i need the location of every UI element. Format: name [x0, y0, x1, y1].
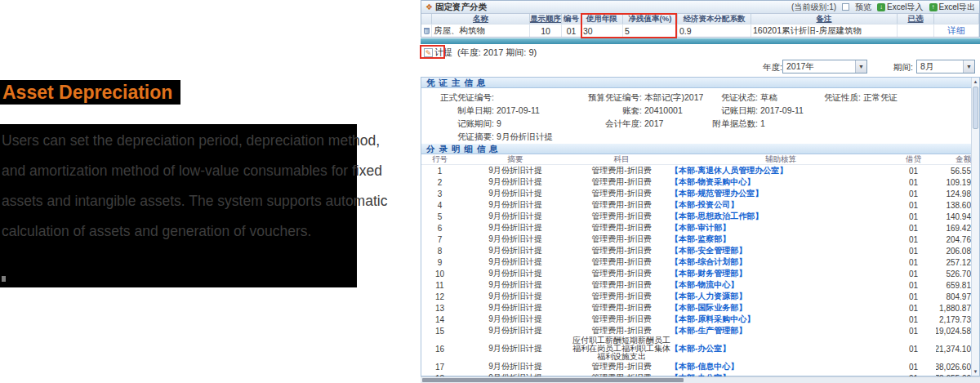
scroll-up-icon[interactable]: ▲ — [972, 78, 979, 86]
period-select[interactable]: 8月 ▼ — [916, 60, 975, 73]
entry-debit-credit: 01 — [891, 315, 936, 324]
year-select[interactable]: 2017年 ▼ — [782, 60, 867, 73]
entry-account: 管理费用-折旧费 — [572, 292, 670, 301]
aux-account-link[interactable]: 【本部-生产管理部】 — [670, 325, 891, 336]
entry-summary: 9月份折旧计提 — [458, 268, 572, 279]
aux-account-link[interactable]: 【本部-审计部】 — [670, 222, 891, 234]
scroll-down-icon[interactable]: ▼ — [972, 367, 979, 376]
entry-row: 89月份折旧计提管理费用-折旧费【本部-安全管理部】01206.08 — [421, 245, 979, 256]
entry-amount: 206.08 — [936, 247, 971, 256]
aux-account-link[interactable]: 【本部-规范管理办公室】 — [670, 188, 891, 199]
entry-account: 管理费用-折旧费 — [572, 189, 670, 198]
col-name[interactable]: 名称 — [432, 14, 530, 24]
horizontal-scroll-thumb[interactable] — [422, 378, 684, 382]
entry-account: 管理费用-折旧费 — [572, 327, 670, 335]
entry-amount: 124.98 — [936, 189, 971, 198]
voucher-field: 制单日期:2017-09-11 — [421, 104, 581, 117]
aux-account-link[interactable]: 【本部-安全管理部】 — [670, 245, 891, 256]
entry-line-no: 10 — [421, 269, 458, 278]
aux-account-link[interactable]: 【本部-投资公司】 — [670, 199, 891, 211]
preview-label[interactable]: 预览 — [855, 2, 871, 13]
vertical-scrollbar[interactable]: ▲ ▼ — [971, 78, 979, 376]
entry-line-no: 4 — [421, 201, 458, 210]
entry-debit-credit: 01 — [891, 363, 936, 372]
horizontal-scrollbar[interactable] — [421, 376, 980, 383]
entry-line-no: 2 — [421, 178, 458, 187]
aux-account-link[interactable]: 【本部-财务管理部】 — [670, 268, 891, 279]
col-selected[interactable]: 已选 — [898, 14, 934, 24]
col-remark[interactable]: 备注 — [751, 14, 898, 24]
entry-account: 管理费用-折旧费 — [572, 258, 670, 266]
entry-summary: 9月份折旧计提 — [458, 165, 572, 176]
voucher-field: 凭证性质:正常凭证 — [817, 91, 979, 104]
filter-row: 年度: 2017年 ▼ 期间: 8月 ▼ — [421, 59, 980, 76]
entry-account: 管理费用-折旧费 — [572, 247, 670, 255]
entry-account: 管理费用-折旧费 — [572, 235, 670, 243]
entry-amount: 56.55 — [936, 167, 971, 176]
entry-row: 169月份折旧计提应付职工薪酬短期薪酬员工福利在岗员工福利职工集体福利设施支出【… — [421, 336, 979, 361]
screenshot-canvas: Asset Depreciation Users can set the dep… — [0, 0, 980, 383]
accrue-row: ✎ 计提 (年度: 2017 期间: 9) — [422, 46, 537, 59]
fixed-asset-classification-panel: ❖ 固定资产分类 (当前级别:1) 预览 ↓ Excel导入 ↑ Excel导出 — [421, 0, 980, 38]
entry-debit-credit: 01 — [891, 304, 936, 313]
entry-row: 39月份折旧计提管理费用-折旧费【本部-规范管理办公室】01124.98 — [421, 188, 979, 199]
aux-account-link[interactable]: 【本部-离退休人员管理办公室】 — [670, 165, 891, 176]
detail-link[interactable]: 详细 — [948, 25, 965, 37]
entry-debit-credit: 01 — [891, 178, 936, 187]
chevron-down-icon: ▼ — [855, 60, 866, 73]
entry-summary: 9月份折旧计提 — [458, 199, 572, 211]
voucher-field — [703, 130, 817, 143]
entry-account: 管理费用-折旧费 — [572, 201, 670, 209]
entry-line-no: 12 — [421, 292, 458, 301]
delete-icon[interactable] — [424, 28, 430, 34]
entry-amount: 169.42 — [936, 224, 971, 233]
chevron-down-icon: ▼ — [963, 60, 974, 73]
col-line-no: 行号 — [421, 154, 458, 165]
entry-line-no: 14 — [421, 315, 458, 324]
voucher-panel: 凭 证 主 信 息 正式凭证编号:预算凭证编号:本部记(字)2017090010… — [421, 77, 980, 376]
aux-account-link[interactable]: 【本部-信息中心】 — [670, 361, 891, 372]
preview-checkbox[interactable] — [842, 3, 849, 11]
voucher-field: 附单据总数:1 — [703, 117, 817, 130]
entry-debit-credit: 01 — [891, 327, 936, 336]
excel-export-button[interactable]: ↑ Excel导出 — [929, 2, 975, 13]
entry-summary: 9月份折旧计提 — [458, 291, 572, 302]
aux-account-link[interactable]: 【本部-思想政治工作部】 — [670, 211, 891, 222]
aux-account-link[interactable]: 【本部-监察部】 — [670, 234, 891, 245]
entry-debit-credit: 01 — [891, 247, 936, 256]
col-order[interactable]: 显示顺序 — [530, 14, 562, 24]
aux-account-link[interactable]: 【本部-办公室】 — [670, 343, 891, 354]
asset-selected — [898, 24, 934, 37]
entry-line-no: 1 — [421, 167, 458, 176]
excel-export-icon: ↑ — [929, 3, 938, 11]
aux-account-link[interactable]: 【本部-原料采购中心】 — [670, 314, 891, 325]
entry-row: 79月份折旧计提管理费用-折旧费【本部-监察部】01204.76 — [421, 234, 979, 245]
aux-account-link[interactable]: 【本部-综合计划部】 — [670, 256, 891, 268]
asset-name: 房屋、构筑物 — [432, 24, 530, 37]
col-amount: 金额 — [936, 154, 971, 165]
vertical-scroll-thumb[interactable] — [973, 87, 978, 129]
accrue-button[interactable]: ✎ 计提 — [422, 47, 454, 59]
entry-debit-credit: 01 — [891, 189, 936, 198]
voucher-main-info-header: 凭 证 主 信 息 — [421, 78, 979, 88]
entries-table-header: 行号 摘要 科目 辅助核算 借贷 金额 — [421, 154, 979, 165]
entry-account: 管理费用-折旧费 — [572, 212, 670, 220]
entry-summary: 9月份折旧计提 — [458, 302, 572, 314]
aux-account-link[interactable]: 【本部-物资采购中心】 — [670, 176, 891, 188]
entry-account: 应付职工薪酬短期薪酬员工福利在岗员工福利职工集体福利设施支出 — [572, 336, 670, 361]
entry-amount: 204.76 — [936, 235, 971, 244]
entry-summary: 9月份折旧计提 — [458, 361, 572, 372]
aux-account-link[interactable]: 【本部-人力资源部】 — [670, 291, 891, 302]
excel-import-button[interactable]: ↓ Excel导入 — [877, 2, 923, 13]
col-capital-coefficient: 经济资本分配系数 — [678, 14, 751, 24]
entry-row: 149月份折旧计提管理费用-折旧费【本部-原料采购中心】012,179.73 — [421, 314, 979, 325]
entry-row: 119月份折旧计提管理费用-折旧费【本部-物流中心】01659.81 — [421, 279, 979, 291]
entry-summary: 9月份折旧计提 — [458, 234, 572, 245]
entry-debit-credit: 01 — [891, 281, 936, 290]
entry-amount: 140.94 — [936, 212, 971, 221]
entry-summary: 9月份折旧计提 — [458, 314, 572, 325]
aux-account-link[interactable]: 【本部-物流中心】 — [670, 279, 891, 291]
entry-line-no: 11 — [421, 281, 458, 290]
aux-account-link[interactable]: 【本部-国际业务部】 — [670, 302, 891, 314]
asset-remark: 160201累计折旧-房屋建筑物 — [751, 24, 898, 37]
